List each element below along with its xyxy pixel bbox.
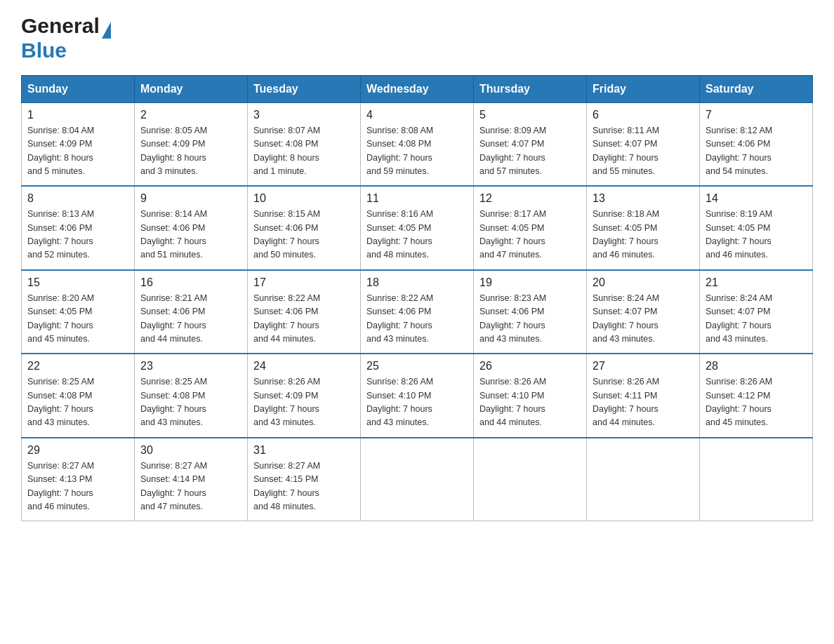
calendar-week-4: 22Sunrise: 8:25 AM Sunset: 4:08 PM Dayli… [22,354,813,438]
day-cell-24: 24Sunrise: 8:26 AM Sunset: 4:09 PM Dayli… [248,354,361,438]
day-cell-29: 29Sunrise: 8:27 AM Sunset: 4:13 PM Dayli… [22,438,135,521]
day-info: Sunrise: 8:05 AM Sunset: 4:09 PM Dayligh… [140,124,241,179]
day-cell-11: 11Sunrise: 8:16 AM Sunset: 4:05 PM Dayli… [361,186,474,270]
day-info: Sunrise: 8:11 AM Sunset: 4:07 PM Dayligh… [593,124,694,179]
weekday-header-wednesday: Wednesday [361,75,474,102]
calendar-table: SundayMondayTuesdayWednesdayThursdayFrid… [21,75,813,522]
day-number: 27 [593,360,694,373]
logo: General Blue [21,14,111,62]
day-cell-3: 3Sunrise: 8:07 AM Sunset: 4:08 PM Daylig… [248,102,361,186]
day-number: 5 [479,109,581,121]
day-number: 28 [706,360,807,373]
day-cell-1: 1Sunrise: 8:04 AM Sunset: 4:09 PM Daylig… [22,102,135,186]
day-number: 13 [593,192,694,205]
day-number: 22 [27,360,128,373]
day-cell-18: 18Sunrise: 8:22 AM Sunset: 4:06 PM Dayli… [361,270,474,354]
day-cell-12: 12Sunrise: 8:17 AM Sunset: 4:05 PM Dayli… [474,186,587,270]
day-info: Sunrise: 8:09 AM Sunset: 4:07 PM Dayligh… [479,124,581,179]
day-info: Sunrise: 8:07 AM Sunset: 4:08 PM Dayligh… [253,124,355,179]
weekday-header-friday: Friday [587,75,700,102]
day-cell-30: 30Sunrise: 8:27 AM Sunset: 4:14 PM Dayli… [135,438,248,521]
day-info: Sunrise: 8:19 AM Sunset: 4:05 PM Dayligh… [706,208,807,262]
day-cell-20: 20Sunrise: 8:24 AM Sunset: 4:07 PM Dayli… [587,270,700,354]
day-number: 14 [706,192,807,205]
day-cell-5: 5Sunrise: 8:09 AM Sunset: 4:07 PM Daylig… [474,102,587,186]
day-info: Sunrise: 8:22 AM Sunset: 4:06 PM Dayligh… [366,292,468,347]
day-number: 12 [479,192,581,205]
day-cell-26: 26Sunrise: 8:26 AM Sunset: 4:10 PM Dayli… [474,354,587,438]
weekday-header-tuesday: Tuesday [248,75,361,102]
day-number: 2 [140,109,241,121]
day-number: 20 [593,276,694,289]
day-number: 17 [253,276,355,289]
day-info: Sunrise: 8:15 AM Sunset: 4:06 PM Dayligh… [253,208,355,262]
day-cell-31: 31Sunrise: 8:27 AM Sunset: 4:15 PM Dayli… [248,438,361,521]
day-info: Sunrise: 8:27 AM Sunset: 4:15 PM Dayligh… [253,459,355,514]
day-info: Sunrise: 8:18 AM Sunset: 4:05 PM Dayligh… [593,208,694,262]
calendar-body: 1Sunrise: 8:04 AM Sunset: 4:09 PM Daylig… [22,102,813,521]
day-cell-16: 16Sunrise: 8:21 AM Sunset: 4:06 PM Dayli… [135,270,248,354]
day-info: Sunrise: 8:26 AM Sunset: 4:10 PM Dayligh… [366,375,468,430]
weekday-header-thursday: Thursday [474,75,587,102]
page-header: General Blue [21,14,813,62]
day-cell-10: 10Sunrise: 8:15 AM Sunset: 4:06 PM Dayli… [248,186,361,270]
logo-general-text: General [21,14,111,39]
day-cell-19: 19Sunrise: 8:23 AM Sunset: 4:06 PM Dayli… [474,270,587,354]
logo-blue-text: Blue [21,39,67,62]
day-info: Sunrise: 8:12 AM Sunset: 4:06 PM Dayligh… [706,124,807,179]
day-cell-28: 28Sunrise: 8:26 AM Sunset: 4:12 PM Dayli… [700,354,813,438]
day-number: 19 [479,276,581,289]
day-info: Sunrise: 8:08 AM Sunset: 4:08 PM Dayligh… [366,124,468,179]
empty-cell [700,438,813,521]
day-number: 30 [140,444,241,457]
day-number: 16 [140,276,241,289]
day-cell-25: 25Sunrise: 8:26 AM Sunset: 4:10 PM Dayli… [361,354,474,438]
day-number: 3 [253,109,355,121]
day-cell-23: 23Sunrise: 8:25 AM Sunset: 4:08 PM Dayli… [135,354,248,438]
day-info: Sunrise: 8:24 AM Sunset: 4:07 PM Dayligh… [706,292,807,347]
day-info: Sunrise: 8:22 AM Sunset: 4:06 PM Dayligh… [253,292,355,347]
day-number: 10 [253,192,355,205]
day-number: 11 [366,192,468,205]
day-cell-27: 27Sunrise: 8:26 AM Sunset: 4:11 PM Dayli… [587,354,700,438]
weekday-header-monday: Monday [135,75,248,102]
day-info: Sunrise: 8:13 AM Sunset: 4:06 PM Dayligh… [27,208,128,262]
day-number: 29 [27,444,128,457]
day-info: Sunrise: 8:20 AM Sunset: 4:05 PM Dayligh… [27,292,128,347]
day-info: Sunrise: 8:26 AM Sunset: 4:09 PM Dayligh… [253,375,355,430]
day-number: 4 [366,109,468,121]
day-number: 18 [366,276,468,289]
calendar-week-3: 15Sunrise: 8:20 AM Sunset: 4:05 PM Dayli… [22,270,813,354]
day-number: 21 [706,276,807,289]
day-number: 31 [253,444,355,457]
day-info: Sunrise: 8:16 AM Sunset: 4:05 PM Dayligh… [366,208,468,262]
day-info: Sunrise: 8:21 AM Sunset: 4:06 PM Dayligh… [140,292,241,347]
day-number: 23 [140,360,241,373]
day-info: Sunrise: 8:26 AM Sunset: 4:11 PM Dayligh… [593,375,694,430]
day-info: Sunrise: 8:17 AM Sunset: 4:05 PM Dayligh… [479,208,581,262]
day-number: 7 [706,109,807,121]
empty-cell [587,438,700,521]
day-cell-7: 7Sunrise: 8:12 AM Sunset: 4:06 PM Daylig… [700,102,813,186]
day-number: 8 [27,192,128,205]
day-number: 6 [593,109,694,121]
day-info: Sunrise: 8:25 AM Sunset: 4:08 PM Dayligh… [27,375,128,430]
day-info: Sunrise: 8:25 AM Sunset: 4:08 PM Dayligh… [140,375,241,430]
day-cell-13: 13Sunrise: 8:18 AM Sunset: 4:05 PM Dayli… [587,186,700,270]
day-cell-14: 14Sunrise: 8:19 AM Sunset: 4:05 PM Dayli… [700,186,813,270]
day-number: 1 [27,109,128,121]
day-cell-15: 15Sunrise: 8:20 AM Sunset: 4:05 PM Dayli… [22,270,135,354]
day-info: Sunrise: 8:26 AM Sunset: 4:10 PM Dayligh… [479,375,581,430]
calendar-week-2: 8Sunrise: 8:13 AM Sunset: 4:06 PM Daylig… [22,186,813,270]
day-info: Sunrise: 8:23 AM Sunset: 4:06 PM Dayligh… [479,292,581,347]
day-cell-17: 17Sunrise: 8:22 AM Sunset: 4:06 PM Dayli… [248,270,361,354]
empty-cell [361,438,474,521]
weekday-header-saturday: Saturday [700,75,813,102]
day-info: Sunrise: 8:27 AM Sunset: 4:14 PM Dayligh… [140,459,241,514]
day-number: 25 [366,360,468,373]
day-info: Sunrise: 8:04 AM Sunset: 4:09 PM Dayligh… [27,124,128,179]
calendar-week-1: 1Sunrise: 8:04 AM Sunset: 4:09 PM Daylig… [22,102,813,186]
day-cell-21: 21Sunrise: 8:24 AM Sunset: 4:07 PM Dayli… [700,270,813,354]
day-info: Sunrise: 8:14 AM Sunset: 4:06 PM Dayligh… [140,208,241,262]
day-cell-9: 9Sunrise: 8:14 AM Sunset: 4:06 PM Daylig… [135,186,248,270]
